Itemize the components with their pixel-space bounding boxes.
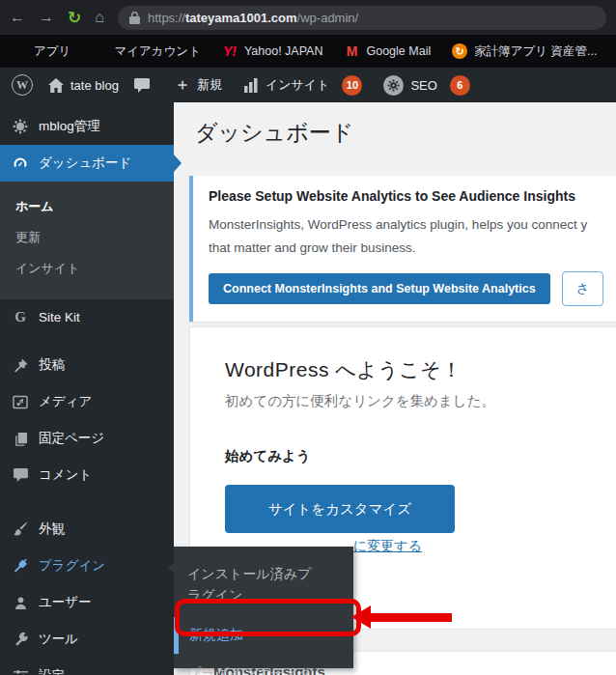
- seo-menu[interactable]: SEO 6: [383, 75, 469, 96]
- back-icon[interactable]: ←: [10, 10, 25, 25]
- customize-site-button[interactable]: サイトをカスタマイズ: [225, 485, 455, 533]
- bookmarks-bar: アプリ マイアカウント Y! Yahoo! JAPAN M Google Mai…: [0, 35, 616, 68]
- bookmark-kakeibo-app[interactable]: ↻ 家計簿アプリ 資産管...: [452, 43, 597, 60]
- submenu-item-updates[interactable]: 更新: [0, 222, 174, 253]
- sidebar-item-pages[interactable]: 固定ページ: [0, 420, 174, 457]
- sidebar-item-tools[interactable]: ツール: [0, 621, 174, 658]
- notice-body: MonsterInsights, WordPress analytics plu…: [209, 213, 616, 259]
- brush-icon: [12, 521, 29, 537]
- visit-site-link[interactable]: tate blog: [48, 78, 119, 93]
- insights-menu[interactable]: インサイト 10: [243, 75, 363, 96]
- wp-logo-menu[interactable]: W: [12, 74, 33, 96]
- wp-admin-bar: W tate blog ＋ 新規 インサイト 10 SEO 6: [0, 68, 616, 102]
- notice-title: Please Setup Website Analytics to See Au…: [209, 188, 616, 204]
- page-title: ダッシュボード: [195, 118, 353, 148]
- flyout-item-installed-plugins[interactable]: インストール済みプラグイン: [174, 558, 353, 611]
- url-text: https://tateyama1001.com/wp-admin/: [148, 11, 358, 25]
- browser-toolbar: ← → ↻ ⌂ https://tateyama1001.com/wp-admi…: [0, 0, 616, 35]
- flyout-item-add-new[interactable]: 新規追加: [174, 617, 353, 654]
- reload-icon[interactable]: ↻: [68, 10, 81, 26]
- user-icon: [12, 596, 29, 610]
- new-content-menu[interactable]: ＋ 新規: [175, 75, 222, 96]
- lock-icon: [129, 12, 140, 24]
- sidebar-item-users[interactable]: ユーザー: [0, 584, 174, 621]
- get-started-heading: 始めてみよう: [225, 447, 616, 465]
- welcome-title: WordPress へようこそ！: [225, 356, 616, 383]
- comment-icon: [134, 78, 150, 93]
- yahoo-logo-icon: Y!: [222, 43, 238, 59]
- annotation-arrow: [370, 613, 452, 622]
- address-bar[interactable]: https://tateyama1001.com/wp-admin/: [118, 6, 606, 30]
- annotation-arrow-head-icon: [351, 605, 371, 629]
- sidebar-item-plugins[interactable]: プラグイン: [0, 548, 174, 584]
- dashboard-submenu: ホーム 更新 インサイト: [0, 182, 174, 299]
- home-icon: [48, 78, 64, 93]
- plug-icon: [12, 558, 29, 574]
- comments-menu[interactable]: [134, 78, 150, 93]
- bar-chart-icon: [243, 78, 259, 93]
- seo-count-badge: 6: [450, 75, 470, 96]
- apps-grid-icon: [12, 43, 27, 59]
- bookmark-my-account[interactable]: マイアカウント: [92, 43, 201, 60]
- gear-icon: [12, 119, 29, 134]
- sidebar-item-site-kit[interactable]: G Site Kit: [0, 299, 174, 335]
- submenu-item-home[interactable]: ホーム: [0, 191, 174, 222]
- dashboard-gauge-icon: [12, 155, 29, 171]
- monsterinsights-notice: Please Setup Website Analytics to See Au…: [189, 176, 616, 322]
- connect-monsterinsights-button[interactable]: Connect MonsterInsights and Setup Websit…: [209, 273, 550, 304]
- sidebar-item-appearance[interactable]: 外観: [0, 511, 174, 548]
- admin-sidebar: mblog管理 ダッシュボード ホーム 更新 インサイト G Site Kit …: [0, 102, 174, 675]
- pages-icon: [12, 432, 29, 446]
- insights-count-badge: 10: [342, 75, 362, 96]
- home-icon[interactable]: ⌂: [95, 10, 104, 25]
- sliders-icon: [12, 669, 29, 675]
- media-icon: [12, 395, 29, 409]
- sidebar-item-mblog-admin[interactable]: mblog管理: [0, 108, 174, 145]
- gmail-logo-icon: M: [344, 43, 359, 59]
- sidebar-item-comments[interactable]: コメント: [0, 457, 174, 493]
- change-theme-link[interactable]: に変更する: [353, 538, 422, 555]
- bookmark-google-mail[interactable]: M Google Mail: [344, 43, 431, 59]
- moneyforward-logo-icon: ↻: [452, 43, 467, 59]
- wrench-icon: [12, 633, 29, 647]
- submenu-item-insights[interactable]: インサイト: [0, 253, 174, 284]
- pushpin-icon: [12, 358, 29, 373]
- flyout-item-plugin-editor[interactable]: プラグインエディター: [174, 654, 353, 675]
- wordpress-logo-icon: W: [12, 74, 33, 96]
- sidebar-item-dashboard[interactable]: ダッシュボード: [0, 145, 174, 182]
- microsoft-logo-icon: [92, 43, 107, 59]
- forward-icon[interactable]: →: [39, 10, 54, 25]
- seo-gear-icon: [383, 75, 404, 96]
- comment-icon: [12, 468, 29, 482]
- sidebar-item-media[interactable]: メディア: [0, 383, 174, 420]
- bookmark-yahoo-japan[interactable]: Y! Yahoo! JAPAN: [222, 43, 323, 59]
- sidebar-item-posts[interactable]: 投稿: [0, 347, 174, 383]
- google-g-icon: G: [12, 309, 29, 325]
- bookmark-apps[interactable]: アプリ: [12, 43, 70, 60]
- plus-icon: ＋: [175, 75, 190, 96]
- plugins-flyout-menu: インストール済みプラグイン 新規追加 プラグインエディター: [174, 547, 353, 668]
- learn-more-button[interactable]: さ: [562, 271, 603, 306]
- sidebar-item-settings[interactable]: 設定: [0, 658, 174, 675]
- welcome-subtitle: 初めての方に便利なリンクを集めました。: [225, 392, 616, 410]
